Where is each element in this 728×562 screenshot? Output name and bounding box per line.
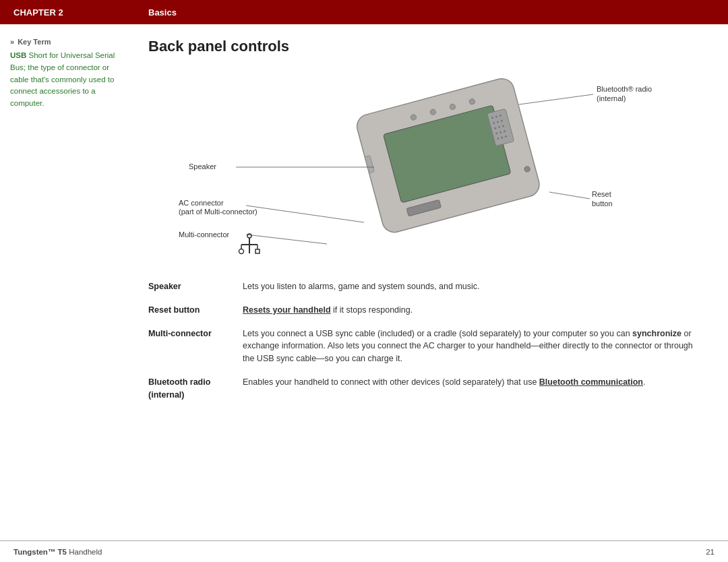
table-row: Reset button Resets your handheld if it …	[148, 300, 701, 323]
resets-handheld-text: Resets your handheld	[243, 305, 331, 315]
speaker-label: Speaker	[189, 162, 216, 170]
svg-line-38	[549, 192, 590, 199]
diagram-svg: Bluetooth® radio (internal) Speaker AC c…	[148, 67, 701, 263]
table-row: Multi-connector Lets you connect a USB s…	[148, 323, 701, 372]
svg-line-30	[246, 235, 327, 244]
sidebar: » Key Term USB Short for Universal Seria…	[0, 38, 135, 540]
table-row: Bluetooth radio (internal) Enables your …	[148, 372, 701, 408]
main-content: » Key Term USB Short for Universal Seria…	[0, 24, 728, 540]
description-table: Speaker Lets you listen to alarms, game …	[148, 276, 701, 408]
svg-point-35	[239, 249, 244, 254]
svg-text:(part of Multi-connector): (part of Multi-connector)	[179, 208, 257, 216]
chapter-label: CHAPTER 2	[13, 7, 148, 18]
svg-text:button: button	[592, 199, 613, 208]
multi-connector-label: Multi-connector	[179, 230, 230, 239]
ac-connector-label: AC connector	[179, 199, 224, 207]
term-bluetooth: Bluetooth radio (internal)	[148, 372, 243, 408]
svg-rect-36	[255, 249, 260, 253]
term-reset: Reset button	[148, 300, 243, 323]
footer: Tungsten™ T5 Handheld 21	[0, 540, 728, 562]
bluetooth-label: Bluetooth® radio	[597, 85, 652, 93]
key-term-header: » Key Term	[10, 38, 125, 46]
svg-point-37	[247, 234, 251, 238]
usb-description: Short for Universal Serial Bus; the type…	[10, 51, 115, 107]
section-label: Basics	[148, 7, 177, 18]
def-speaker: Lets you listen to alarms, game and syst…	[243, 276, 701, 300]
content-area: Back panel controls	[135, 38, 728, 540]
synchronize-text: synchronize	[632, 329, 681, 338]
diagram-container: Bluetooth® radio (internal) Speaker AC c…	[148, 67, 701, 263]
page-title: Back panel controls	[148, 38, 701, 55]
chevrons-icon: »	[10, 38, 14, 46]
def-bluetooth: Enables your handheld to connect with ot…	[243, 372, 701, 408]
bluetooth-communication-text: Bluetooth communication	[539, 377, 643, 387]
usb-label: USB	[10, 51, 26, 59]
table-row: Speaker Lets you listen to alarms, game …	[148, 276, 701, 300]
key-term-body: USB Short for Universal Serial Bus; the …	[10, 50, 125, 110]
term-multi-connector: Multi-connector	[148, 323, 243, 372]
footer-brand: Tungsten™ T5 Handheld	[13, 548, 102, 556]
def-multi-connector: Lets you connect a USB sync cable (inclu…	[243, 323, 701, 372]
header-bar: CHAPTER 2 Basics	[0, 0, 728, 24]
reset-button-label: Reset	[592, 190, 611, 198]
svg-text:(internal): (internal)	[597, 94, 626, 102]
svg-line-28	[246, 206, 364, 222]
key-term-label: Key Term	[18, 38, 51, 46]
footer-page-number: 21	[706, 548, 715, 556]
def-reset: Resets your handheld if it stops respond…	[243, 300, 701, 323]
term-speaker: Speaker	[148, 276, 243, 300]
svg-line-25	[519, 94, 593, 104]
